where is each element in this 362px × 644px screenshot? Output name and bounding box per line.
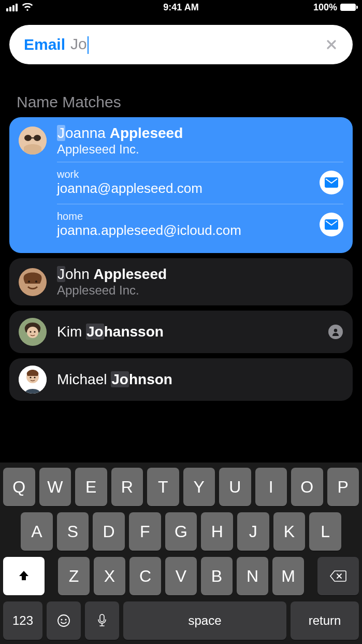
results-list: Joanna Appleseed Appleseed Inc. work joa… — [0, 117, 362, 401]
person-icon — [328, 325, 343, 339]
email-label: work — [57, 169, 312, 180]
key-r[interactable]: R — [111, 468, 143, 506]
contact-company: Appleseed Inc. — [57, 283, 343, 298]
key-h[interactable]: H — [201, 512, 233, 551]
key-u[interactable]: U — [219, 468, 251, 506]
svg-point-13 — [334, 329, 337, 332]
search-prefix: Email — [24, 36, 65, 53]
email-value: joanna@appleseed.com — [57, 180, 312, 197]
svg-point-16 — [30, 376, 31, 378]
key-j[interactable]: J — [237, 512, 269, 551]
numbers-key[interactable]: 123 — [3, 601, 42, 640]
contact-card[interactable]: Joanna Appleseed Appleseed Inc. work joa… — [9, 117, 353, 253]
mail-icon[interactable] — [320, 213, 343, 236]
space-key[interactable]: space — [123, 601, 286, 640]
key-l[interactable]: L — [309, 512, 341, 551]
keyboard: QWERTYUIOP ASDFGHJKL ZXCVBNM 123 space r… — [0, 463, 362, 644]
key-v[interactable]: V — [165, 557, 197, 595]
backspace-key[interactable] — [317, 557, 359, 595]
contact-name: Kim Johansson — [57, 323, 317, 341]
avatar — [19, 268, 47, 296]
svg-point-10 — [27, 327, 38, 338]
email-value: joanna.appleseed@icloud.com — [57, 222, 312, 239]
svg-point-8 — [35, 281, 37, 283]
contact-name: Michael Johnson — [57, 371, 343, 388]
avatar — [19, 318, 47, 346]
contact-company: Appleseed Inc. — [57, 142, 343, 157]
key-w[interactable]: W — [39, 468, 71, 506]
avatar — [19, 366, 47, 394]
key-m[interactable]: M — [272, 557, 304, 595]
mail-icon[interactable] — [320, 171, 343, 194]
return-key[interactable]: return — [291, 601, 359, 640]
emoji-key[interactable] — [47, 601, 81, 640]
avatar — [19, 127, 47, 155]
key-f[interactable]: F — [129, 512, 161, 551]
svg-point-2 — [34, 135, 41, 141]
key-t[interactable]: T — [147, 468, 179, 506]
key-d[interactable]: D — [93, 512, 125, 551]
clock: 9:41 AM — [0, 2, 362, 13]
contact-card[interactable]: John Appleseed Appleseed Inc. — [9, 258, 353, 305]
key-q[interactable]: Q — [3, 468, 35, 506]
email-row[interactable]: work joanna@appleseed.com — [57, 162, 343, 204]
close-icon[interactable] — [324, 37, 339, 52]
email-row[interactable]: home joanna.appleseed@icloud.com — [57, 204, 343, 246]
key-z[interactable]: Z — [58, 557, 90, 595]
contact-card[interactable]: Michael Johnson — [9, 358, 353, 401]
key-g[interactable]: G — [165, 512, 197, 551]
key-i[interactable]: I — [255, 468, 287, 506]
key-s[interactable]: S — [57, 512, 89, 551]
dictation-key[interactable] — [85, 601, 119, 640]
svg-point-11 — [30, 331, 31, 332]
key-n[interactable]: N — [237, 557, 268, 595]
key-p[interactable]: P — [327, 468, 359, 506]
shift-key[interactable] — [3, 557, 45, 595]
section-header: Name Matches — [0, 64, 362, 117]
svg-point-17 — [34, 376, 35, 378]
key-o[interactable]: O — [291, 468, 323, 506]
svg-rect-21 — [100, 614, 104, 622]
key-a[interactable]: A — [21, 512, 53, 551]
contact-card[interactable]: Kim Johansson — [9, 311, 353, 353]
svg-point-20 — [65, 619, 66, 620]
status-bar: 9:41 AM 100% — [0, 0, 362, 15]
svg-point-18 — [58, 615, 69, 626]
key-e[interactable]: E — [75, 468, 107, 506]
email-label: home — [57, 211, 312, 222]
key-y[interactable]: Y — [183, 468, 215, 506]
svg-point-12 — [34, 331, 35, 332]
contact-name: Joanna Appleseed — [57, 124, 343, 142]
svg-rect-3 — [31, 137, 34, 138]
key-b[interactable]: B — [201, 557, 233, 595]
svg-point-19 — [61, 619, 62, 620]
key-k[interactable]: K — [273, 512, 306, 551]
search-input[interactable]: Email Jo — [9, 25, 353, 64]
search-query: Jo — [70, 35, 89, 54]
contact-name: John Appleseed — [57, 265, 343, 283]
key-x[interactable]: X — [94, 557, 125, 595]
svg-point-1 — [24, 135, 32, 141]
key-c[interactable]: C — [129, 557, 161, 595]
battery-icon — [340, 4, 356, 11]
svg-point-7 — [28, 281, 30, 283]
